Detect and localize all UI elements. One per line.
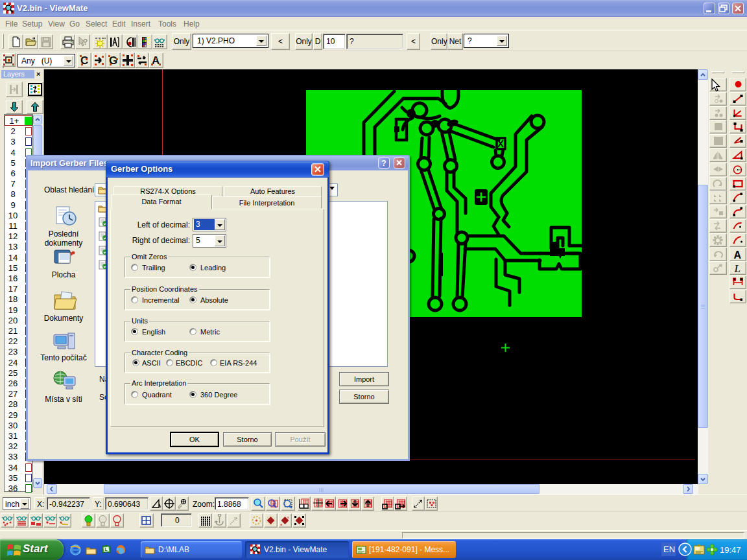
svg-text:L: L <box>734 262 741 274</box>
svg-text:s: s <box>287 515 289 519</box>
svg-text:a: a <box>280 522 283 526</box>
svg-text:L: L <box>105 547 108 552</box>
svg-text:?: ? <box>83 38 88 47</box>
svg-text:A: A <box>734 250 742 261</box>
